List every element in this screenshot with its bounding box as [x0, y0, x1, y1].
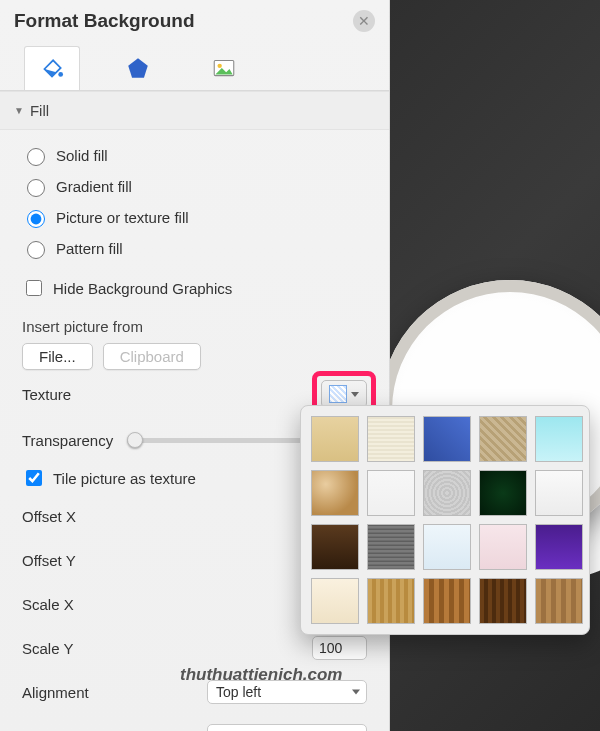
radio-picture-fill[interactable]: Picture or texture fill [22, 202, 367, 233]
transparency-label: Transparency [22, 432, 113, 449]
insert-file-button[interactable]: File... [22, 343, 93, 370]
fill-section-label: Fill [30, 102, 49, 119]
insert-clipboard-button: Clipboard [103, 343, 201, 370]
radio-solid-fill[interactable]: Solid fill [22, 140, 367, 171]
texture-grid [311, 416, 579, 624]
transparency-slider[interactable] [127, 438, 302, 443]
hide-bg-graphics-checkbox[interactable] [26, 280, 42, 296]
radio-solid-fill-input[interactable] [27, 148, 45, 166]
hide-bg-graphics-label: Hide Background Graphics [53, 280, 232, 297]
texture-swatch[interactable] [423, 470, 471, 516]
texture-swatch[interactable] [311, 470, 359, 516]
texture-swatch[interactable] [535, 416, 583, 462]
texture-swatch[interactable] [423, 578, 471, 624]
alignment-label: Alignment [22, 684, 89, 701]
texture-swatch[interactable] [423, 524, 471, 570]
disclosure-triangle-icon: ▼ [14, 105, 24, 116]
mirror-type-label: Mirror type [22, 728, 94, 732]
radio-solid-fill-label: Solid fill [56, 147, 108, 164]
radio-gradient-fill[interactable]: Gradient fill [22, 171, 367, 202]
texture-swatch[interactable] [367, 416, 415, 462]
tab-effects[interactable] [110, 46, 166, 90]
texture-popover [300, 405, 590, 635]
panel-title: Format Background [14, 10, 195, 32]
radio-gradient-fill-label: Gradient fill [56, 178, 132, 195]
hide-bg-graphics[interactable]: Hide Background Graphics [22, 272, 367, 304]
tab-fill[interactable] [24, 46, 80, 90]
texture-swatch[interactable] [479, 578, 527, 624]
texture-swatch[interactable] [367, 470, 415, 516]
texture-swatch[interactable] [479, 470, 527, 516]
texture-swatch[interactable] [367, 578, 415, 624]
texture-swatch[interactable] [535, 470, 583, 516]
radio-pattern-fill-input[interactable] [27, 241, 45, 259]
texture-swatch[interactable] [479, 524, 527, 570]
texture-swatch-icon [329, 385, 347, 403]
close-icon: ✕ [358, 13, 370, 29]
radio-gradient-fill-input[interactable] [27, 179, 45, 197]
mirror-type-select[interactable]: None [207, 724, 367, 731]
svg-point-2 [218, 64, 222, 68]
pentagon-icon [125, 55, 151, 81]
picture-icon [211, 55, 237, 81]
scale-y-label: Scale Y [22, 640, 73, 657]
offset-y-label: Offset Y [22, 552, 76, 569]
texture-swatch[interactable] [367, 524, 415, 570]
offset-x-label: Offset X [22, 508, 76, 525]
texture-swatch[interactable] [535, 524, 583, 570]
scale-y-value[interactable]: 100 [312, 636, 367, 660]
texture-swatch[interactable] [311, 524, 359, 570]
scale-x-label: Scale X [22, 596, 74, 613]
texture-swatch[interactable] [423, 416, 471, 462]
texture-swatch[interactable] [479, 416, 527, 462]
svg-point-0 [58, 72, 63, 77]
radio-picture-fill-input[interactable] [27, 210, 45, 228]
radio-pattern-fill[interactable]: Pattern fill [22, 233, 367, 264]
radio-pattern-fill-label: Pattern fill [56, 240, 123, 257]
texture-label: Texture [22, 386, 71, 403]
texture-swatch[interactable] [311, 416, 359, 462]
chevron-down-icon [351, 392, 359, 397]
panel-tabs [0, 40, 389, 90]
close-panel-button[interactable]: ✕ [353, 10, 375, 32]
radio-picture-fill-label: Picture or texture fill [56, 209, 189, 226]
watermark-text: thuthuattienich.com [180, 665, 342, 685]
paint-bucket-icon [39, 56, 65, 82]
tile-picture-label: Tile picture as texture [53, 470, 196, 487]
texture-swatch[interactable] [535, 578, 583, 624]
tab-picture[interactable] [196, 46, 252, 90]
insert-picture-label: Insert picture from [22, 318, 367, 335]
fill-section-header[interactable]: ▼ Fill [0, 91, 389, 130]
texture-swatch[interactable] [311, 578, 359, 624]
texture-picker-button[interactable] [321, 380, 367, 408]
tile-picture-checkbox[interactable] [26, 470, 42, 486]
